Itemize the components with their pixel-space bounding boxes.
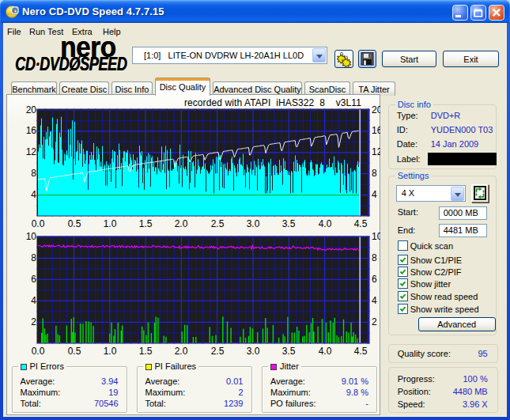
svg-text:recorded with ATAPI iHAS322: recorded with ATAPI iHAS322 8 v3L11 <box>184 97 361 108</box>
svg-text:10: 10 <box>372 231 380 242</box>
svg-text:16: 16 <box>372 125 380 136</box>
svg-text:8: 8 <box>31 252 36 263</box>
svg-text:1.5: 1.5 <box>139 218 153 229</box>
svg-text:0.5: 0.5 <box>68 346 81 357</box>
svg-text:4.0: 4.0 <box>319 218 332 229</box>
svg-text:1.0: 1.0 <box>104 218 117 229</box>
svg-text:12: 12 <box>372 146 380 157</box>
svg-text:2: 2 <box>31 316 36 327</box>
svg-text:6: 6 <box>372 274 377 285</box>
svg-text:0.0: 0.0 <box>32 218 45 229</box>
svg-text:2.0: 2.0 <box>175 346 188 357</box>
svg-text:4: 4 <box>372 295 377 306</box>
svg-text:2.5: 2.5 <box>211 346 225 357</box>
svg-text:12: 12 <box>26 146 37 157</box>
svg-text:0.5: 0.5 <box>68 218 81 229</box>
svg-text:20: 20 <box>372 104 380 115</box>
svg-text:4: 4 <box>31 189 36 200</box>
svg-text:4.5: 4.5 <box>354 346 368 357</box>
svg-text:4: 4 <box>31 295 36 306</box>
svg-text:3.5: 3.5 <box>282 346 296 357</box>
svg-text:4: 4 <box>372 189 377 200</box>
svg-text:3.0: 3.0 <box>247 218 260 229</box>
svg-text:4.5: 4.5 <box>354 218 368 229</box>
svg-text:4.0: 4.0 <box>319 346 332 357</box>
svg-text:1.0: 1.0 <box>104 346 117 357</box>
svg-text:2.5: 2.5 <box>211 218 225 229</box>
svg-text:3.0: 3.0 <box>247 346 260 357</box>
svg-text:8: 8 <box>372 168 377 179</box>
svg-text:10: 10 <box>26 231 37 242</box>
svg-text:16: 16 <box>26 125 37 136</box>
svg-text:1.5: 1.5 <box>139 346 153 357</box>
svg-text:2: 2 <box>372 316 377 327</box>
svg-text:8: 8 <box>372 252 377 263</box>
svg-text:2.0: 2.0 <box>175 218 188 229</box>
svg-text:6: 6 <box>31 274 36 285</box>
svg-text:3.5: 3.5 <box>282 218 296 229</box>
svg-text:0.0: 0.0 <box>32 346 45 357</box>
svg-text:20: 20 <box>26 104 37 115</box>
svg-text:8: 8 <box>31 168 36 179</box>
